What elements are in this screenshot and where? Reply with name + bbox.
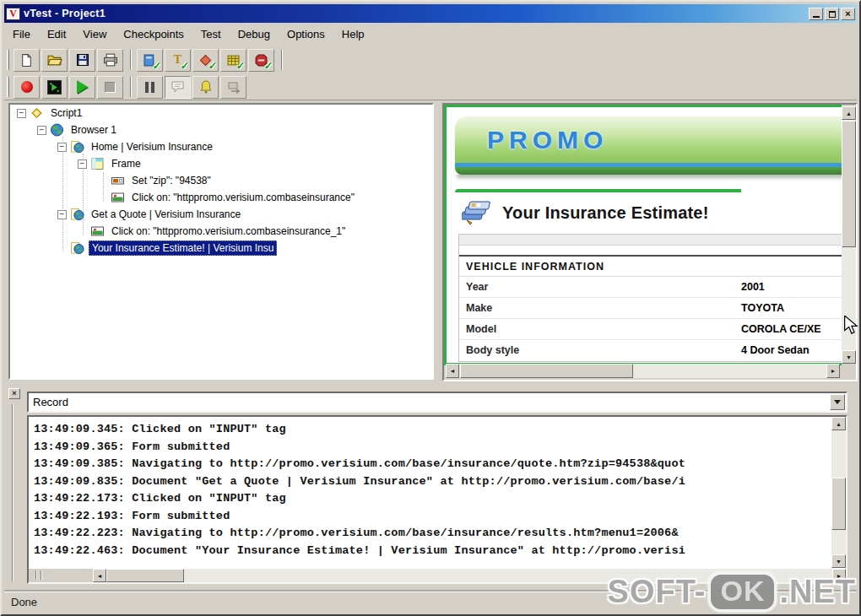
- maximize-button[interactable]: [825, 8, 839, 20]
- app-window: V vTest - Project1 × File Edit View Chec…: [0, 0, 861, 616]
- promo-banner-text: PROMO: [455, 126, 608, 154]
- print-button[interactable]: [97, 49, 123, 72]
- log-entry: 13:49:22.223: Navigating to http://promo…: [34, 525, 831, 543]
- scroll-left-icon[interactable]: ◄: [446, 364, 459, 378]
- tree-item-frame[interactable]: − Frame: [10, 155, 432, 172]
- log-vertical-scrollbar[interactable]: ▲ ▼: [831, 417, 846, 568]
- log-entry: 13:49:09.385: Navigating to http://promo…: [34, 456, 831, 473]
- mouse-cursor: [844, 316, 858, 335]
- image-icon: [90, 224, 105, 238]
- row-label: Make: [466, 302, 492, 314]
- scroll-right-icon[interactable]: ►: [826, 364, 840, 378]
- check-icon: ✓: [153, 62, 161, 70]
- scrollbar-thumb[interactable]: [460, 364, 633, 378]
- tree-item-click-1[interactable]: Click on: "httppromo.verisium.combaseins…: [10, 189, 432, 206]
- log-mode-combobox[interactable]: Record: [27, 392, 847, 413]
- row-value: COROLA CE/XE: [741, 319, 821, 340]
- scroll-up-icon[interactable]: ▲: [842, 106, 856, 120]
- scrollbar-thumb[interactable]: [106, 569, 184, 582]
- sync-button[interactable]: [220, 76, 246, 99]
- toolbar-separator: [281, 50, 283, 70]
- collapse-icon[interactable]: −: [57, 210, 67, 219]
- scrollbar-thumb[interactable]: [831, 478, 846, 530]
- scrollbar-gutter: [29, 569, 93, 582]
- play-button[interactable]: [69, 76, 95, 99]
- image-checkpoint-button[interactable]: ✓: [192, 49, 219, 72]
- toolbar-handle[interactable]: [7, 77, 9, 97]
- save-button[interactable]: [69, 49, 95, 72]
- table-row: Make TOYOTA: [459, 298, 842, 319]
- preview-horizontal-scrollbar[interactable]: ◄ ►: [446, 364, 840, 378]
- row-label: Year: [466, 281, 488, 293]
- menu-checkpoints[interactable]: Checkpoints: [115, 25, 192, 44]
- toolbar-standard: ✓ T ✓ ✓ ✓ ✓: [4, 46, 857, 74]
- scroll-left-icon[interactable]: ◄: [93, 569, 106, 582]
- browser-icon: [50, 123, 64, 137]
- close-icon: ×: [12, 389, 16, 397]
- scroll-down-icon[interactable]: ▼: [831, 554, 846, 568]
- minimize-button[interactable]: [809, 8, 823, 20]
- comment-button[interactable]: [165, 76, 191, 99]
- menu-view[interactable]: View: [74, 25, 115, 44]
- menu-edit[interactable]: Edit: [39, 25, 74, 44]
- menu-debug[interactable]: Debug: [230, 25, 279, 44]
- tree-item-click-2[interactable]: Click on: "httppromo.verisium.combaseins…: [10, 223, 432, 240]
- collapse-icon[interactable]: −: [78, 159, 87, 169]
- pause-button[interactable]: [137, 76, 163, 99]
- log-entry: 13:49:09.835: Document "Get a Quote | Ve…: [34, 473, 831, 491]
- tree-item-home-page[interactable]: − Home | Verisium Insurance: [10, 138, 432, 155]
- menu-help[interactable]: Help: [333, 25, 373, 44]
- alert-button[interactable]: [192, 76, 219, 99]
- new-button[interactable]: [14, 49, 40, 72]
- scroll-down-icon[interactable]: ▼: [842, 350, 856, 364]
- record-button[interactable]: [14, 76, 40, 99]
- print-icon: [103, 53, 118, 67]
- watermark-prefix: SOFT-: [608, 574, 707, 610]
- collapse-icon[interactable]: −: [37, 126, 46, 135]
- check-icon: ✓: [264, 62, 273, 70]
- tree-item-browser[interactable]: − Browser 1: [10, 122, 432, 138]
- image-icon: [111, 191, 125, 204]
- sync-icon: [227, 81, 241, 94]
- menu-file[interactable]: File: [4, 25, 39, 44]
- output-close-button[interactable]: ×: [8, 388, 20, 399]
- check-icon: ✓: [236, 62, 245, 70]
- tree-item-label: Frame: [109, 157, 144, 170]
- stop-button[interactable]: [97, 76, 123, 99]
- tree-item-estimate-page[interactable]: Your Insurance Estimate! | Verisium Insu: [10, 240, 432, 257]
- log-entry: 13:49:09.365: Form submitted: [34, 439, 831, 457]
- table-header-strip: [459, 235, 842, 246]
- log-entry: 13:49:22.173: Clicked on "INPUT" tag: [34, 490, 831, 508]
- vehicle-table: VEHICLE INFORMATION Year 2001 Make TOYOT…: [458, 234, 842, 362]
- toolbar-handle[interactable]: [7, 50, 9, 70]
- collapse-icon[interactable]: −: [57, 143, 67, 152]
- promo-banner: PROMO: [455, 116, 842, 175]
- tree-item-quote-page[interactable]: − Get a Quote | Verisium Insurance: [10, 206, 432, 223]
- combobox-dropdown-button[interactable]: [830, 394, 845, 410]
- tree-item-label: Click on: "httppromo.verisium.combaseins…: [109, 224, 348, 238]
- open-button[interactable]: [41, 49, 68, 72]
- stop-checkpoint-button[interactable]: ✓: [248, 49, 274, 72]
- title-bar: V vTest - Project1 ×: [4, 4, 857, 23]
- menu-options[interactable]: Options: [279, 25, 333, 44]
- new-icon: [19, 53, 34, 68]
- tree-item-script[interactable]: − Script1: [10, 105, 432, 122]
- close-button[interactable]: ×: [841, 8, 855, 20]
- log-output-box[interactable]: 13:49:09.345: Clicked on "INPUT" tag 13:…: [27, 415, 847, 584]
- collapse-icon[interactable]: −: [17, 109, 26, 118]
- run-in-browser-button[interactable]: [41, 76, 68, 99]
- table-checkpoint-button[interactable]: ✓: [220, 49, 246, 72]
- minimize-icon: [813, 16, 820, 18]
- toolbar-separator: [130, 77, 132, 97]
- gutter-groove: [41, 570, 42, 580]
- scroll-up-icon[interactable]: ▲: [831, 417, 846, 430]
- script-tree-pane[interactable]: − Script1 − Browser 1 − Home | Verisium …: [8, 103, 434, 380]
- run-in-browser-icon: [47, 80, 62, 95]
- tree-item-set-zip[interactable]: Set "zip": "94538": [10, 172, 432, 189]
- menu-test[interactable]: Test: [192, 25, 230, 44]
- page-checkpoint-button[interactable]: ✓: [137, 49, 163, 72]
- table-row: Year 2001: [459, 277, 842, 298]
- softok-watermark: SOFT- OK .NET: [608, 572, 856, 612]
- scrollbar-thumb[interactable]: [842, 121, 856, 247]
- text-checkpoint-button[interactable]: T ✓: [165, 49, 191, 72]
